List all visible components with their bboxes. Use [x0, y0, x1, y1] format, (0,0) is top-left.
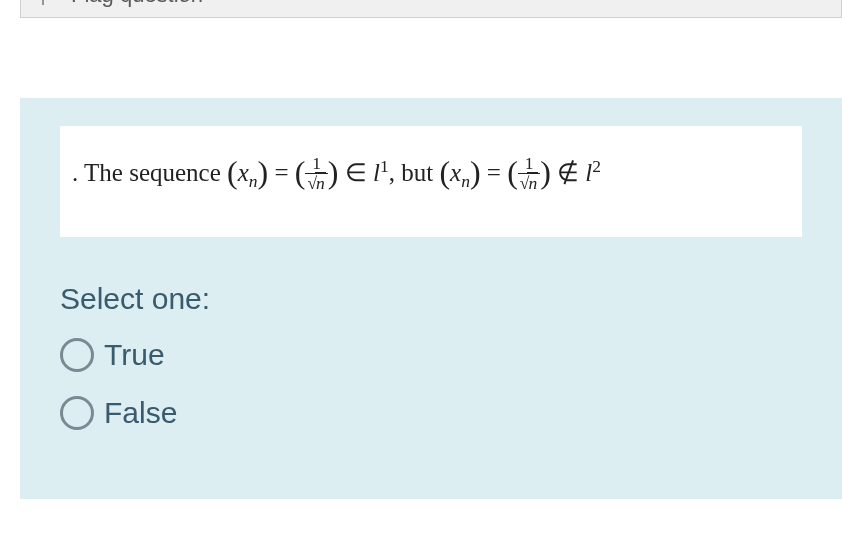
question-box: . The sequence (xn) = (1n) ∈ l1, but (xn…	[20, 98, 842, 499]
radio-icon	[60, 338, 94, 372]
option-false[interactable]: False	[60, 396, 802, 430]
question-text-prefix: The sequence	[84, 159, 227, 186]
select-one-label: Select one:	[60, 282, 802, 316]
flag-question-label: Flag question	[71, 0, 203, 8]
flag-icon	[41, 0, 59, 12]
flag-question-bar[interactable]: Flag question	[20, 0, 842, 18]
radio-icon	[60, 396, 94, 430]
option-false-label: False	[104, 396, 177, 430]
option-true-label: True	[104, 338, 165, 372]
question-math: . The sequence (xn) = (1n) ∈ l1, but (xn…	[60, 126, 802, 237]
option-true[interactable]: True	[60, 338, 802, 372]
